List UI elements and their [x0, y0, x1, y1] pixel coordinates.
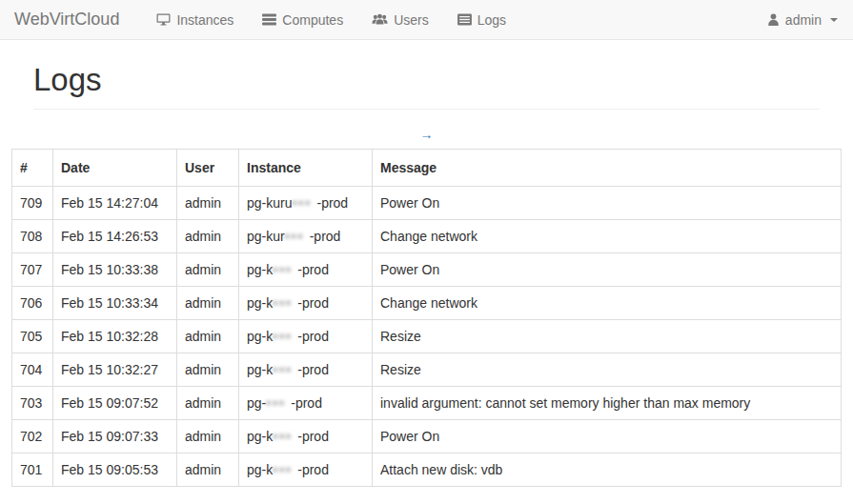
- log-id: 709: [12, 187, 53, 220]
- log-id: 707: [12, 253, 53, 287]
- instance-prefix: pg-k: [247, 295, 273, 311]
- log-id: 704: [12, 353, 53, 387]
- nav-item-computes[interactable]: Computes: [262, 12, 343, 28]
- log-user: admin: [177, 220, 239, 253]
- log-user: admin: [177, 420, 239, 454]
- pagination: →: [0, 126, 853, 144]
- log-message: Change network: [373, 287, 842, 320]
- log-date: Feb 15 14:27:04: [53, 187, 177, 220]
- col-header-message: Message: [373, 150, 842, 187]
- table-row: 702 Feb 15 09:07:33 admin pg-k•••-prod P…: [12, 420, 842, 454]
- desktop-icon: [156, 13, 171, 26]
- instance-suffix: -prod: [297, 362, 329, 377]
- list-alt-icon: [457, 13, 472, 26]
- instance-suffix: -prod: [316, 195, 348, 211]
- instance-redacted-blur: •••: [273, 362, 297, 377]
- log-instance: pg-kuru•••-prod: [239, 187, 373, 220]
- logs-table: # Date User Instance Message 709 Feb 15 …: [11, 149, 842, 487]
- instance-prefix: pg-k: [247, 329, 273, 344]
- table-row: 703 Feb 15 09:07:52 admin pg-•••-prod in…: [12, 387, 842, 420]
- log-user: admin: [177, 287, 239, 320]
- log-instance: pg-k•••-prod: [239, 454, 373, 487]
- page-header: Logs: [33, 40, 820, 110]
- logs-table-wrap: # Date User Instance Message 709 Feb 15 …: [11, 149, 842, 487]
- instance-redacted-blur: •••: [292, 195, 316, 211]
- log-message: Power On: [373, 253, 842, 287]
- instance-suffix: -prod: [310, 229, 341, 244]
- log-date: Feb 15 10:32:28: [53, 320, 177, 353]
- top-navbar: WebVirtCloud Instances Computes: [0, 0, 853, 40]
- log-message: Resize: [373, 320, 842, 353]
- log-message: Resize: [373, 353, 842, 387]
- log-user: admin: [177, 187, 239, 220]
- log-date: Feb 15 14:26:53: [53, 220, 177, 253]
- log-message: Attach new disk: vdb: [373, 454, 842, 487]
- log-user: admin: [177, 387, 239, 420]
- log-id: 702: [12, 420, 53, 454]
- log-instance: pg-k•••-prod: [239, 253, 373, 287]
- log-instance: pg-k•••-prod: [239, 353, 373, 387]
- log-user: admin: [177, 454, 239, 487]
- nav-items: Instances Computes: [133, 12, 506, 28]
- instance-prefix: pg-k: [247, 462, 273, 477]
- instance-redacted-blur: •••: [285, 229, 310, 244]
- log-id: 705: [12, 320, 53, 353]
- log-instance: pg-•••-prod: [239, 387, 373, 420]
- user-icon: [767, 13, 780, 26]
- log-message: Change network: [373, 220, 842, 253]
- nav-item-logs[interactable]: Logs: [457, 12, 506, 28]
- instance-redacted-blur: •••: [273, 295, 297, 311]
- nav-item-instances[interactable]: Instances: [156, 12, 234, 28]
- log-instance: pg-k•••-prod: [239, 287, 373, 320]
- instance-redacted-blur: •••: [273, 429, 297, 444]
- table-row: 705 Feb 15 10:32:28 admin pg-k•••-prod R…: [12, 320, 842, 353]
- instance-prefix: pg-: [247, 395, 266, 411]
- instance-suffix: -prod: [297, 429, 329, 444]
- instance-prefix: pg-kur: [247, 229, 285, 244]
- nav-item-label: Computes: [282, 12, 343, 28]
- log-user: admin: [177, 320, 239, 353]
- log-id: 708: [12, 220, 53, 253]
- log-instance: pg-k•••-prod: [239, 420, 373, 454]
- log-date: Feb 15 09:07:33: [53, 420, 177, 454]
- brand-link[interactable]: WebVirtCloud: [0, 10, 133, 30]
- log-date: Feb 15 09:05:53: [53, 454, 177, 487]
- col-header-date: Date: [53, 150, 177, 187]
- caret-down-icon: [830, 18, 838, 22]
- instance-suffix: -prod: [291, 395, 322, 411]
- user-dropdown[interactable]: admin: [767, 12, 838, 28]
- log-instance: pg-kur•••-prod: [239, 220, 373, 253]
- instance-suffix: -prod: [297, 462, 329, 477]
- instance-prefix: pg-kuru: [247, 195, 292, 211]
- table-header-row: # Date User Instance Message: [12, 150, 842, 187]
- instance-suffix: -prod: [297, 329, 329, 344]
- col-header-user: User: [177, 150, 239, 187]
- users-icon: [372, 13, 388, 26]
- user-dropdown-label: admin: [785, 12, 822, 28]
- instance-prefix: pg-k: [247, 362, 273, 377]
- log-user: admin: [177, 353, 239, 387]
- log-date: Feb 15 10:32:27: [53, 353, 177, 387]
- log-message: invalid argument: cannot set memory high…: [373, 387, 842, 420]
- table-row: 709 Feb 15 14:27:04 admin pg-kuru•••-pro…: [12, 187, 842, 220]
- log-date: Feb 15 09:07:52: [53, 387, 177, 420]
- nav-item-users[interactable]: Users: [372, 12, 429, 28]
- nav-item-label: Logs: [477, 12, 506, 28]
- instance-redacted-blur: •••: [273, 462, 297, 477]
- instance-suffix: -prod: [297, 295, 329, 311]
- next-page-link[interactable]: →: [420, 127, 434, 142]
- table-row: 704 Feb 15 10:32:27 admin pg-k•••-prod R…: [12, 353, 842, 387]
- instance-redacted-blur: •••: [273, 262, 297, 277]
- log-message: Power On: [373, 187, 842, 220]
- log-id: 701: [12, 454, 53, 487]
- table-row: 708 Feb 15 14:26:53 admin pg-kur•••-prod…: [12, 220, 842, 253]
- col-header-instance: Instance: [239, 150, 373, 187]
- log-message: Power On: [373, 420, 842, 454]
- col-header-id: #: [12, 150, 53, 187]
- table-row: 701 Feb 15 09:05:53 admin pg-k•••-prod A…: [12, 454, 842, 487]
- instance-redacted-blur: •••: [273, 329, 297, 344]
- page-title: Logs: [33, 63, 820, 97]
- log-date: Feb 15 10:33:34: [53, 287, 177, 320]
- navbar-right: admin: [767, 12, 853, 28]
- nav-item-label: Users: [394, 12, 429, 28]
